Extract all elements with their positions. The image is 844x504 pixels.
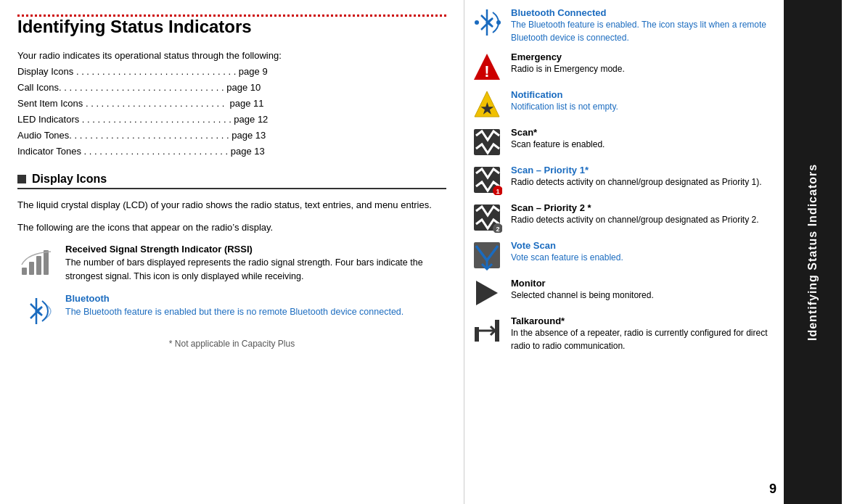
svg-text:!: !: [484, 62, 489, 80]
svg-marker-21: [476, 281, 498, 305]
svg-point-6: [475, 20, 479, 25]
right-icon-emergency: ! Emergency Radio is in Emergency mode.: [472, 51, 774, 82]
emergency-icon-box: !: [472, 51, 502, 82]
monitor-desc: Selected channel is being monitored.: [511, 289, 774, 302]
right-icon-bluetooth-connected: Bluetooth Connected The Bluetooth featur…: [472, 7, 774, 44]
emergency-icon: !: [472, 51, 502, 82]
right-icon-vote-scan: Vote Scan Vote scan feature is enabled.: [472, 240, 774, 270]
icon-entry-rssi: Received Signal Strength Indicator (RSSI…: [17, 243, 446, 284]
toc-item: Sent Item Icons . . . . . . . . . . . . …: [17, 96, 446, 112]
section-intro1: The liquid crystal display (LCD) of your…: [17, 198, 446, 213]
toc-item: Indicator Tones . . . . . . . . . . . . …: [17, 144, 446, 160]
bluetooth-connected-icon-box: [472, 7, 502, 38]
right-icon-monitor: Monitor Selected channel is being monito…: [472, 278, 774, 308]
talkaround-title: Talkaround*: [511, 315, 774, 326]
svg-rect-3: [44, 250, 49, 275]
svg-point-7: [496, 20, 501, 25]
icon-entry-bluetooth: Bluetooth The Bluetooth feature is enabl…: [17, 292, 446, 330]
toc-section: Your radio indicates its operational sta…: [17, 48, 446, 160]
talkaround-icon: [472, 315, 502, 346]
svg-text:2: 2: [496, 226, 499, 233]
monitor-icon-box: [472, 278, 502, 308]
toc-intro: Your radio indicates its operational sta…: [17, 48, 446, 64]
svg-text:1: 1: [496, 188, 499, 195]
talkaround-text: Talkaround* In the absence of a repeater…: [511, 315, 774, 352]
notification-icon: ★: [472, 89, 502, 120]
svg-text:★: ★: [480, 101, 494, 117]
bluetooth-desc: The Bluetooth feature is enabled but the…: [65, 305, 446, 319]
bluetooth-icon: [20, 295, 52, 327]
scan-priority2-icon: 2: [472, 202, 502, 233]
svg-rect-0: [22, 268, 27, 275]
right-icon-scan-priority1: 1 Scan – Priority 1* Radio detects activ…: [472, 165, 774, 195]
notification-icon-box: ★: [472, 89, 502, 120]
bluetooth-icon-box: [17, 292, 55, 330]
scan-icon: [472, 127, 502, 157]
footnote: * Not applicable in Capacity Plus: [17, 339, 446, 349]
page-number: 9: [769, 482, 777, 497]
scan-desc: Scan feature is enabled.: [511, 138, 774, 151]
svg-rect-22: [475, 327, 479, 342]
talkaround-desc: In the absence of a repeater, radio is c…: [511, 326, 774, 352]
display-icons-header: Display Icons: [17, 173, 446, 189]
page-title: Identifying Status Indicators: [17, 17, 446, 38]
sidebar-tab: Identifying Status Indicators: [784, 0, 842, 504]
section-title: Display Icons: [32, 173, 107, 186]
right-icon-scan-priority2: 2 Scan – Priority 2 * Radio detects acti…: [472, 202, 774, 233]
rssi-icon-box: [17, 243, 55, 281]
scan-priority1-title: Scan – Priority 1*: [511, 165, 774, 175]
emergency-title: Emergency: [511, 51, 774, 62]
scan-text: Scan* Scan feature is enabled.: [511, 127, 774, 151]
scan-priority2-desc: Radio detects activity on channel/group …: [511, 213, 774, 226]
toc-item: Display Icons . . . . . . . . . . . . . …: [17, 64, 446, 80]
toc-item: Audio Tones. . . . . . . . . . . . . . .…: [17, 128, 446, 144]
rssi-text-block: Received Signal Strength Indicator (RSSI…: [65, 243, 446, 284]
bluetooth-connected-desc: The Bluetooth feature is enabled. The ic…: [511, 18, 774, 44]
bluetooth-connected-title: Bluetooth Connected: [511, 7, 774, 18]
bluetooth-text-block: Bluetooth The Bluetooth feature is enabl…: [65, 292, 446, 319]
emergency-desc: Radio is in Emergency mode.: [511, 62, 774, 75]
monitor-title: Monitor: [511, 278, 774, 289]
notification-title: Notification: [511, 89, 774, 100]
svg-rect-2: [36, 256, 41, 275]
bluetooth-connected-icon: [472, 7, 502, 38]
emergency-text: Emergency Radio is in Emergency mode.: [511, 51, 774, 75]
scan-priority2-icon-box: 2: [472, 202, 502, 233]
vote-scan-title: Vote Scan: [511, 240, 774, 251]
vote-scan-desc: Vote scan feature is enabled.: [511, 251, 774, 264]
rssi-desc: The number of bars displayed represents …: [65, 256, 446, 284]
sidebar-label: Identifying Status Indicators: [806, 163, 819, 340]
right-panel: Bluetooth Connected The Bluetooth featur…: [464, 0, 784, 504]
notification-desc: Notification list is not empty.: [511, 100, 774, 113]
toc-item: Call Icons. . . . . . . . . . . . . . . …: [17, 80, 446, 96]
scan-priority1-icon: 1: [472, 165, 502, 195]
vote-scan-text: Vote Scan Vote scan feature is enabled.: [511, 240, 774, 264]
scan-priority1-text: Scan – Priority 1* Radio detects activit…: [511, 165, 774, 189]
toc-item: LED Indicators . . . . . . . . . . . . .…: [17, 112, 446, 128]
svg-rect-1: [29, 262, 34, 275]
section-intro2: The following are the icons that appear …: [17, 220, 446, 236]
section-icon: [17, 175, 26, 183]
right-icon-notification: ★ Notification Notification list is not …: [472, 89, 774, 120]
scan-title: Scan*: [511, 127, 774, 138]
rssi-icon: [20, 246, 52, 278]
monitor-icon: [472, 278, 502, 308]
scan-priority2-text: Scan – Priority 2 * Radio detects activi…: [511, 202, 774, 226]
vote-scan-icon-box: [472, 240, 502, 270]
scan-icon-box: [472, 127, 502, 157]
notification-text: Notification Notification list is not em…: [511, 89, 774, 113]
bluetooth-connected-text: Bluetooth Connected The Bluetooth featur…: [511, 7, 774, 44]
monitor-text: Monitor Selected channel is being monito…: [511, 278, 774, 302]
bluetooth-title: Bluetooth: [65, 292, 446, 305]
right-icon-talkaround: Talkaround* In the absence of a repeater…: [472, 315, 774, 352]
talkaround-icon-box: [472, 315, 502, 346]
scan-priority1-icon-box: 1: [472, 165, 502, 195]
right-icon-scan: Scan* Scan feature is enabled.: [472, 127, 774, 157]
main-content: Identifying Status Indicators Your radio…: [0, 0, 464, 504]
rssi-title: Received Signal Strength Indicator (RSSI…: [65, 243, 446, 256]
vote-scan-icon: [472, 240, 502, 270]
scan-priority1-desc: Radio detects activity on channel/group …: [511, 175, 774, 189]
scan-priority2-title: Scan – Priority 2 *: [511, 202, 774, 213]
